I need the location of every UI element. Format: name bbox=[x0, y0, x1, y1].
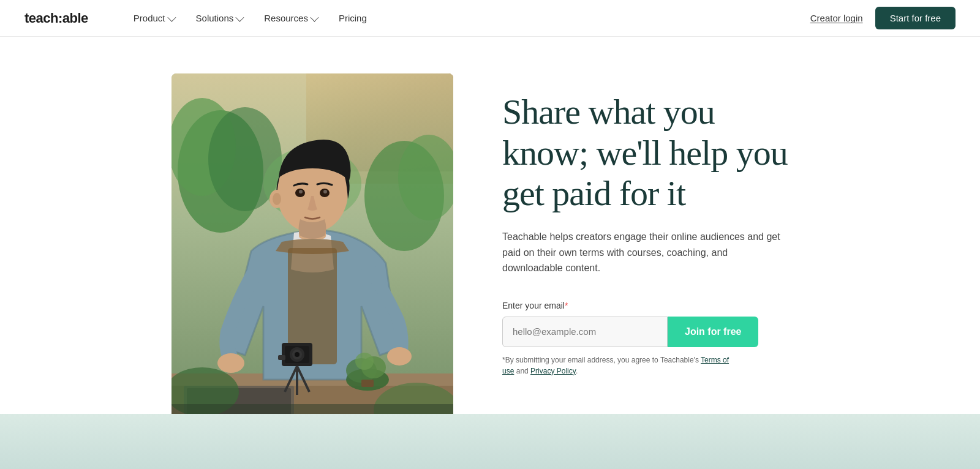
nav-item-pricing[interactable]: Pricing bbox=[330, 8, 375, 28]
start-free-button[interactable]: Start for free bbox=[875, 7, 956, 29]
nav-item-solutions[interactable]: Solutions bbox=[187, 8, 251, 28]
hero-subtext: Teachable helps creators engage their on… bbox=[502, 229, 784, 276]
hero-image bbox=[172, 73, 453, 441]
nav-links: Product Solutions Resources Pricing bbox=[125, 8, 810, 28]
chevron-down-icon bbox=[236, 13, 244, 21]
email-label: Enter your email* bbox=[502, 301, 796, 310]
svg-point-24 bbox=[387, 347, 412, 366]
chevron-down-icon bbox=[310, 13, 318, 21]
navbar: teach:able Product Solutions Resources P… bbox=[0, 0, 980, 37]
chevron-down-icon bbox=[167, 13, 176, 21]
hero-section: Share what you know; we'll help you get … bbox=[0, 37, 980, 469]
email-input[interactable] bbox=[502, 317, 668, 347]
nav-item-product[interactable]: Product bbox=[125, 8, 183, 28]
svg-rect-38 bbox=[361, 380, 374, 387]
svg-point-20 bbox=[323, 190, 327, 193]
email-form: Join for free bbox=[502, 317, 796, 347]
email-section: Enter your email* Join for free bbox=[502, 301, 796, 347]
svg-rect-30 bbox=[278, 355, 285, 360]
svg-point-29 bbox=[295, 352, 300, 357]
join-free-button[interactable]: Join for free bbox=[668, 317, 758, 347]
creator-login-link[interactable]: Creator login bbox=[810, 13, 863, 23]
svg-point-23 bbox=[217, 353, 244, 373]
hero-headline: Share what you know; we'll help you get … bbox=[502, 92, 796, 214]
svg-point-19 bbox=[299, 190, 303, 193]
privacy-policy-link[interactable]: Privacy Policy bbox=[530, 367, 576, 375]
terms-text: *By submitting your email address, you a… bbox=[502, 355, 735, 377]
nav-right: Creator login Start for free bbox=[810, 7, 956, 29]
nav-item-resources[interactable]: Resources bbox=[255, 8, 325, 28]
svg-point-22 bbox=[273, 193, 281, 205]
svg-point-37 bbox=[355, 353, 374, 370]
bottom-band bbox=[0, 414, 980, 469]
hero-content: Share what you know; we'll help you get … bbox=[453, 73, 796, 377]
site-logo[interactable]: teach:able bbox=[24, 10, 88, 26]
